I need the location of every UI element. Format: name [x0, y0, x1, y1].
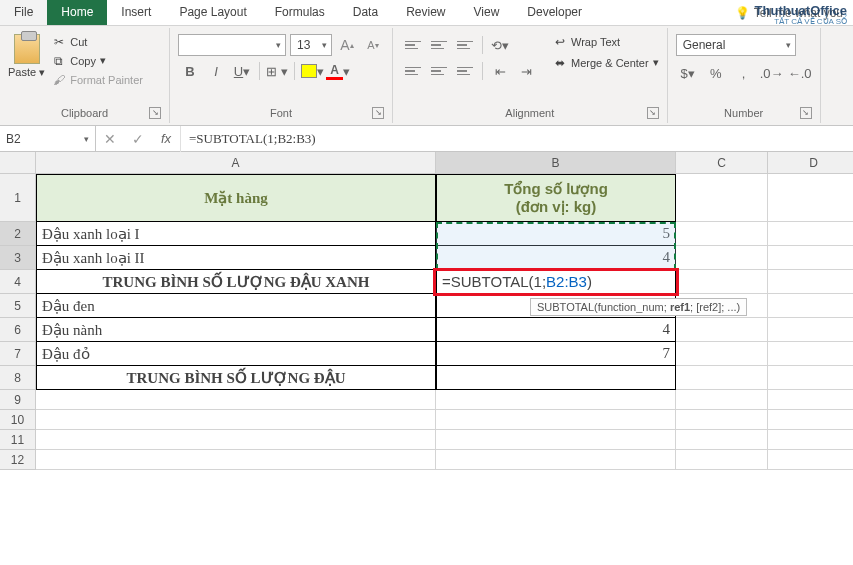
cell-C1[interactable]	[676, 174, 768, 222]
decrease-indent-button[interactable]: ⇤	[488, 60, 512, 82]
percent-format-button[interactable]: %	[704, 62, 728, 84]
orientation-button[interactable]: ⟲▾	[488, 34, 512, 56]
cell-B7[interactable]: 7	[436, 342, 676, 366]
tab-data[interactable]: Data	[339, 0, 392, 25]
align-center-button[interactable]	[427, 61, 451, 81]
cell-B9[interactable]	[436, 390, 676, 410]
insert-function-button[interactable]: fx	[152, 126, 180, 152]
cell-C11[interactable]	[676, 430, 768, 450]
formula-input[interactable]: =SUBTOTAL(1;B2:B3)	[181, 131, 853, 147]
cell-header-A1[interactable]: Mặt hàng	[36, 174, 436, 222]
paste-button[interactable]: Paste ▾	[8, 30, 45, 79]
cell-D10[interactable]	[768, 410, 853, 430]
font-size-combo[interactable]: 13	[290, 34, 332, 56]
cell-D2[interactable]	[768, 222, 853, 246]
cell-D3[interactable]	[768, 246, 853, 270]
increase-indent-button[interactable]: ⇥	[514, 60, 538, 82]
cell-D5[interactable]	[768, 294, 853, 318]
row-header-8[interactable]: 8	[0, 366, 36, 390]
tab-page-layout[interactable]: Page Layout	[165, 0, 260, 25]
wrap-text-button[interactable]: ↩Wrap Text	[552, 34, 659, 49]
cell-A11[interactable]	[36, 430, 436, 450]
cell-B8[interactable]	[436, 366, 676, 390]
cell-D7[interactable]	[768, 342, 853, 366]
font-dialog-launcher[interactable]: ↘	[372, 107, 384, 119]
row-header-1[interactable]: 1	[0, 174, 36, 222]
cell-B12[interactable]	[436, 450, 676, 470]
row-header-12[interactable]: 12	[0, 450, 36, 470]
cell-A8[interactable]: TRUNG BÌNH SỐ LƯỢNG ĐẬU	[36, 366, 436, 390]
cell-D12[interactable]	[768, 450, 853, 470]
align-middle-button[interactable]	[427, 35, 451, 55]
accounting-format-button[interactable]: $▾	[676, 62, 700, 84]
tab-developer[interactable]: Developer	[513, 0, 596, 25]
cancel-formula-button[interactable]: ✕	[96, 126, 124, 152]
cell-A2[interactable]: Đậu xanh loại I	[36, 222, 436, 246]
column-header-B[interactable]: B	[436, 152, 676, 174]
merge-center-button[interactable]: ⬌Merge & Center ▾	[552, 55, 659, 70]
row-header-9[interactable]: 9	[0, 390, 36, 410]
cell-C3[interactable]	[676, 246, 768, 270]
column-header-A[interactable]: A	[36, 152, 436, 174]
cell-B3[interactable]: 4	[436, 246, 676, 270]
cell-B10[interactable]	[436, 410, 676, 430]
font-color-button[interactable]: A▾	[326, 60, 350, 82]
tab-view[interactable]: View	[460, 0, 514, 25]
align-bottom-button[interactable]	[453, 35, 477, 55]
cell-header-B1[interactable]: Tổng số lượng(đơn vị: kg)	[436, 174, 676, 222]
align-right-button[interactable]	[453, 61, 477, 81]
cell-D6[interactable]	[768, 318, 853, 342]
cell-C6[interactable]	[676, 318, 768, 342]
cell-D11[interactable]	[768, 430, 853, 450]
worksheet-grid[interactable]: ABCD 123456789101112 Mặt hàngTổng số lượ…	[0, 152, 853, 565]
cell-C12[interactable]	[676, 450, 768, 470]
cell-A4[interactable]: TRUNG BÌNH SỐ LƯỢNG ĐẬU XANH	[36, 270, 436, 294]
cell-B11[interactable]	[436, 430, 676, 450]
decrease-decimal-button[interactable]: ←.0	[788, 62, 812, 84]
row-header-11[interactable]: 11	[0, 430, 36, 450]
row-header-4[interactable]: 4	[0, 270, 36, 294]
tab-formulas[interactable]: Formulas	[261, 0, 339, 25]
enter-formula-button[interactable]: ✓	[124, 126, 152, 152]
cell-C7[interactable]	[676, 342, 768, 366]
fill-color-button[interactable]: ▾	[300, 60, 324, 82]
decrease-font-button[interactable]: A▾	[362, 34, 384, 56]
row-header-6[interactable]: 6	[0, 318, 36, 342]
format-painter-button[interactable]: 🖌Format Painter	[51, 72, 143, 87]
name-box[interactable]: B2	[0, 126, 96, 151]
number-dialog-launcher[interactable]: ↘	[800, 107, 812, 119]
tab-insert[interactable]: Insert	[107, 0, 165, 25]
cell-A9[interactable]	[36, 390, 436, 410]
alignment-dialog-launcher[interactable]: ↘	[647, 107, 659, 119]
cell-C8[interactable]	[676, 366, 768, 390]
copy-button[interactable]: ⧉Copy ▾	[51, 53, 143, 68]
cell-C10[interactable]	[676, 410, 768, 430]
increase-font-button[interactable]: A▴	[336, 34, 358, 56]
clipboard-dialog-launcher[interactable]: ↘	[149, 107, 161, 119]
bold-button[interactable]: B	[178, 60, 202, 82]
tab-file[interactable]: File	[0, 0, 47, 25]
tab-review[interactable]: Review	[392, 0, 459, 25]
cell-D8[interactable]	[768, 366, 853, 390]
cell-D9[interactable]	[768, 390, 853, 410]
cell-A5[interactable]: Đậu đen	[36, 294, 436, 318]
borders-button[interactable]: ⊞ ▾	[265, 60, 289, 82]
underline-button[interactable]: U ▾	[230, 60, 254, 82]
cell-B2[interactable]: 5	[436, 222, 676, 246]
cell-A7[interactable]: Đậu đỏ	[36, 342, 436, 366]
column-header-C[interactable]: C	[676, 152, 768, 174]
cell-A12[interactable]	[36, 450, 436, 470]
number-format-combo[interactable]: General	[676, 34, 796, 56]
select-all-corner[interactable]	[0, 152, 36, 174]
align-top-button[interactable]	[401, 35, 425, 55]
cell-D4[interactable]	[768, 270, 853, 294]
tell-me-search[interactable]: 💡Tell me what you	[721, 0, 853, 25]
cell-A6[interactable]: Đậu nành	[36, 318, 436, 342]
cell-C2[interactable]	[676, 222, 768, 246]
tab-home[interactable]: Home	[47, 0, 107, 25]
row-header-7[interactable]: 7	[0, 342, 36, 366]
cut-button[interactable]: ✂Cut	[51, 34, 143, 49]
cell-C4[interactable]	[676, 270, 768, 294]
cell-A3[interactable]: Đậu xanh loại II	[36, 246, 436, 270]
row-header-5[interactable]: 5	[0, 294, 36, 318]
